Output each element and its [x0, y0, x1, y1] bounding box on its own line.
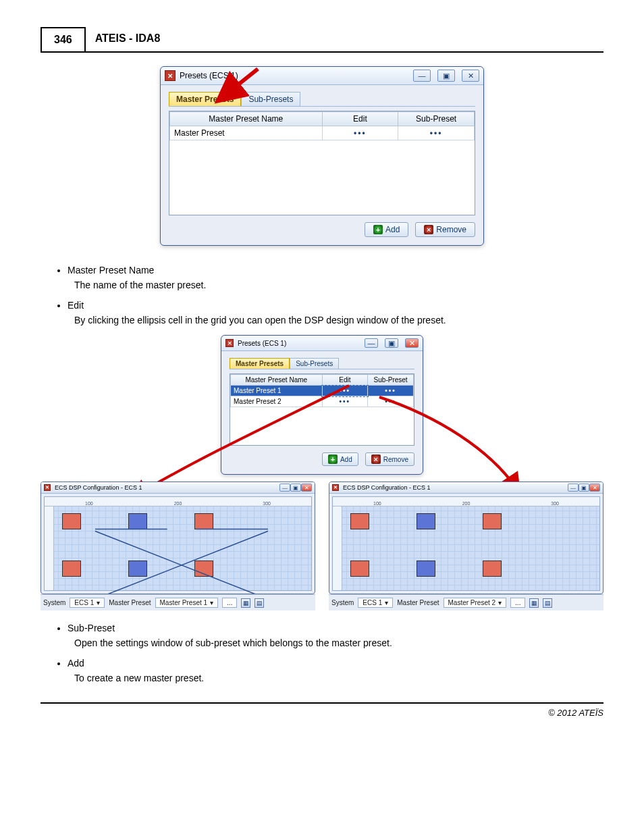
maximize-button[interactable]: ▣ [290, 484, 301, 492]
bullet-edit: Edit [68, 300, 603, 311]
col-name[interactable]: Master Preset Name [170, 112, 323, 126]
window-title: Presets (ECS 1) [180, 71, 413, 80]
dsp-node-input-b[interactable] [350, 561, 369, 577]
dsp-footer: System ECS 1▾ Master Preset Master Prese… [41, 594, 315, 610]
titlebar[interactable]: ✕ ECS DSP Configuration - ECS 1 — ▣ ✕ [329, 482, 603, 494]
dsp-window-left: ✕ ECS DSP Configuration - ECS 1 — ▣ ✕ 10… [41, 481, 315, 610]
toolbar-icon-1[interactable]: ▦ [529, 598, 539, 608]
dsp-node-output-a[interactable] [483, 513, 502, 529]
cell-sub-ellipsis[interactable]: ••• [368, 386, 414, 396]
page-header: 346 ATEIS - IDA8 [41, 27, 603, 53]
dsp-canvas[interactable]: 100 200 300 [332, 496, 600, 591]
mp-ellipsis-button[interactable]: ... [222, 598, 237, 608]
add-button[interactable]: Add [365, 222, 408, 237]
window-title: Presets (ECS 1) [238, 340, 365, 347]
dsp-window-right: ✕ ECS DSP Configuration - ECS 1 — ▣ ✕ 10… [329, 481, 603, 610]
desc-2: By clicking the ellipsis cell in the gri… [74, 315, 603, 325]
close-button[interactable]: ✕ [589, 484, 600, 492]
app-icon: ✕ [165, 70, 176, 81]
col-sub[interactable]: Sub-Preset [398, 112, 475, 126]
tab-sub-presets[interactable]: Sub-Presets [241, 92, 300, 106]
add-icon [328, 454, 338, 464]
system-select[interactable]: ECS 1▾ [70, 598, 105, 608]
remove-icon [371, 454, 381, 464]
close-button[interactable]: ✕ [301, 484, 312, 492]
dsp-footer: System ECS 1▾ Master Preset Master Prese… [329, 594, 603, 610]
window-title: ECS DSP Configuration - ECS 1 [55, 484, 142, 491]
tab-master-presets[interactable]: Master Presets [230, 358, 290, 369]
toolbar-icon-2[interactable]: ▤ [254, 598, 264, 608]
col-edit[interactable]: Edit [322, 375, 368, 386]
add-button[interactable]: Add [322, 452, 358, 466]
chevron-down-icon: ▾ [210, 599, 213, 606]
grid-empty-area [169, 140, 475, 215]
cell-edit-ellipsis[interactable]: ••• [322, 396, 368, 407]
vertical-ruler [333, 506, 342, 590]
presets-window-small: ✕ Presets (ECS 1) — ▣ ✕ Master Presets S… [221, 335, 423, 475]
dsp-node-output-b[interactable] [483, 561, 502, 577]
mp-select[interactable]: Master Preset 1▾ [155, 598, 219, 608]
chevron-down-icon: ▾ [498, 599, 502, 606]
tab-strip: Master Presets Sub-Presets [169, 92, 475, 107]
vertical-ruler [45, 506, 54, 590]
page-title: ATEIS - IDA8 [86, 27, 170, 51]
col-name[interactable]: Master Preset Name [231, 375, 323, 386]
table-row[interactable]: Master Preset 2 ••• ••• [231, 396, 414, 407]
mp-label: Master Preset [397, 599, 439, 606]
grid-empty-area [230, 407, 414, 445]
system-label: System [43, 599, 65, 606]
titlebar[interactable]: ✕ Presets (ECS 1) — ▣ ✕ [161, 67, 483, 85]
remove-button[interactable]: Remove [365, 452, 414, 466]
cell-name[interactable]: Master Preset 2 [231, 396, 323, 407]
mp-select[interactable]: Master Preset 2▾ [444, 598, 507, 608]
horizontal-ruler: 100 200 300 [333, 497, 599, 506]
desc-3: Open the settings window of sub-preset w… [74, 637, 603, 648]
app-icon: ✕ [225, 339, 234, 347]
bullet-list: Master Preset Name [68, 265, 603, 276]
close-button[interactable]: ✕ [462, 70, 479, 82]
app-icon: ✕ [332, 484, 339, 491]
toolbar-icon-2[interactable]: ▤ [543, 598, 552, 608]
system-select[interactable]: ECS 1▾ [358, 598, 393, 608]
cell-sub-ellipsis[interactable]: ••• [398, 126, 475, 140]
cell-name[interactable]: Master Preset 1 [231, 386, 323, 396]
minimize-button[interactable]: — [413, 70, 431, 82]
maximize-button[interactable]: ▣ [437, 70, 455, 82]
toolbar-icon-1[interactable]: ▦ [241, 598, 250, 608]
cell-edit-ellipsis[interactable]: ••• [322, 386, 368, 396]
remove-icon [424, 225, 433, 234]
bullet-add: Add [68, 658, 603, 669]
minimize-button[interactable]: — [365, 338, 378, 348]
maximize-button[interactable]: ▣ [385, 338, 398, 348]
app-icon: ✕ [44, 484, 51, 491]
col-sub[interactable]: Sub-Preset [368, 375, 414, 386]
dsp-canvas[interactable]: 100 200 300 [44, 496, 312, 591]
minimize-button[interactable]: — [279, 484, 290, 492]
minimize-button[interactable]: — [568, 484, 579, 492]
cell-name[interactable]: Master Preset [170, 126, 323, 140]
chevron-down-icon: ▾ [385, 599, 388, 606]
tab-master-presets[interactable]: Master Presets [169, 92, 241, 106]
titlebar[interactable]: ✕ ECS DSP Configuration - ECS 1 — ▣ ✕ [41, 482, 315, 494]
tab-sub-presets[interactable]: Sub-Presets [290, 358, 339, 369]
dsp-node-process-b[interactable] [417, 561, 435, 577]
cell-sub-ellipsis[interactable]: ••• [368, 396, 414, 407]
table-row[interactable]: Master Preset 1 ••• ••• [231, 386, 414, 396]
mp-ellipsis-button[interactable]: ... [510, 598, 525, 608]
page-number: 346 [41, 27, 86, 51]
page-footer-copyright: © 2012 ATEÏS [41, 702, 603, 718]
table-row[interactable]: Master Preset ••• ••• [170, 126, 475, 140]
dsp-row: ✕ ECS DSP Configuration - ECS 1 — ▣ ✕ 10… [41, 481, 603, 610]
system-label: System [331, 599, 354, 606]
dsp-node-process-a[interactable] [417, 513, 435, 529]
dsp-node-input-a[interactable] [350, 513, 369, 529]
titlebar[interactable]: ✕ Presets (ECS 1) — ▣ ✕ [221, 336, 423, 351]
cell-edit-ellipsis[interactable]: ••• [322, 126, 398, 140]
remove-button[interactable]: Remove [415, 222, 475, 237]
presets-window-large: ✕ Presets (ECS 1) — ▣ ✕ Master Presets S… [160, 66, 484, 246]
maximize-button[interactable]: ▣ [579, 484, 589, 492]
close-button[interactable]: ✕ [405, 338, 419, 348]
desc-1: The name of the master preset. [74, 280, 603, 290]
col-edit[interactable]: Edit [322, 112, 398, 126]
mp-label: Master Preset [109, 599, 151, 606]
